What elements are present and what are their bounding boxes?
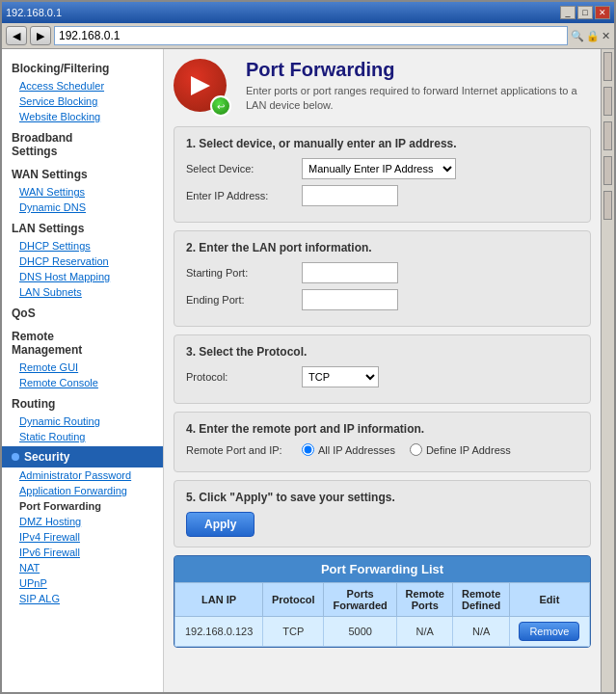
all-ip-radio[interactable] — [302, 443, 314, 456]
sidebar-section-routing: Routing Dynamic Routing Static Routing — [2, 392, 163, 444]
sidebar-active-security[interactable]: Security — [2, 446, 163, 467]
sidebar-link-dhcp-reservation[interactable]: DHCP Reservation — [2, 254, 163, 269]
search-icon[interactable]: 🔍 — [571, 30, 584, 42]
remote-port-ip-row: Remote Port and IP: All IP Addresses Def… — [186, 443, 578, 456]
address-icons: 🔍 🔒 ✕ — [571, 30, 610, 42]
content-area: ↩ Port Forwarding Enter ports or port ra… — [164, 49, 601, 692]
sidebar-link-dynamic-routing[interactable]: Dynamic Routing — [2, 414, 163, 429]
scroll-tab-5[interactable] — [603, 191, 612, 220]
port-forwarding-table-section: Port Forwarding List LAN IP Protocol Por… — [174, 555, 591, 648]
starting-port-row: Starting Port: — [186, 262, 578, 283]
sidebar-link-port-forwarding[interactable]: Port Forwarding — [2, 498, 163, 514]
minimize-button[interactable]: _ — [560, 6, 576, 19]
sidebar-link-dns-host-mapping[interactable]: DNS Host Mapping — [2, 269, 163, 284]
maximize-button[interactable]: □ — [577, 6, 593, 19]
cell-edit: Remove — [509, 617, 589, 647]
sidebar-section-security: Security Administrator Password Applicat… — [2, 446, 163, 606]
ip-address-input[interactable] — [302, 185, 398, 206]
sidebar-section-wan: WAN Settings WAN Settings Dynamic DNS — [2, 163, 163, 215]
scroll-tab-4[interactable] — [603, 156, 612, 185]
remote-port-ip-label: Remote Port and IP: — [186, 444, 292, 456]
address-input[interactable] — [54, 26, 568, 45]
remote-ip-radio-group: All IP Addresses Define IP Address — [302, 443, 511, 456]
define-ip-radio[interactable] — [410, 443, 422, 456]
sidebar-link-ipv4-firewall[interactable]: IPv4 Firewall — [2, 529, 163, 545]
sidebar-link-dmz-hosting[interactable]: DMZ Hosting — [2, 514, 163, 529]
sidebar-link-lan-subnets[interactable]: LAN Subnets — [2, 284, 163, 300]
close-icon[interactable]: ✕ — [602, 30, 610, 42]
sidebar-link-remote-console[interactable]: Remote Console — [2, 375, 163, 390]
sidebar-section-lan: LAN Settings DHCP Settings DHCP Reservat… — [2, 217, 163, 300]
define-ip-label: Define IP Address — [410, 443, 511, 456]
cell-remote-defined: N/A — [453, 617, 509, 647]
port-forwarding-table: LAN IP Protocol PortsForwarded RemotePor… — [174, 582, 590, 647]
section-2: 2. Enter the LAN port information. Start… — [174, 230, 591, 327]
sidebar-heading-qos: QoS — [2, 302, 163, 323]
back-button[interactable]: ◀ — [6, 26, 27, 45]
remove-button[interactable]: Remove — [519, 622, 579, 641]
sidebar: Blocking/Filtering Access Scheduler Serv… — [2, 49, 164, 692]
title-bar: 192.168.0.1 _ □ ✕ — [2, 2, 614, 23]
sidebar-link-dhcp-settings[interactable]: DHCP Settings — [2, 238, 163, 254]
security-dot — [12, 453, 19, 461]
col-remote-ports: RemotePorts — [397, 583, 453, 617]
sidebar-link-upnp[interactable]: UPnP — [2, 575, 163, 591]
enter-ip-row: Enter IP Address: — [186, 185, 578, 206]
col-lan-ip: LAN IP — [175, 583, 263, 617]
page-title-area: Port Forwarding Enter ports or port rang… — [246, 59, 591, 114]
all-ip-text: All IP Addresses — [318, 444, 395, 456]
col-protocol: Protocol — [263, 583, 324, 617]
scroll-tab-3[interactable] — [603, 121, 612, 150]
sidebar-link-access-scheduler[interactable]: Access Scheduler — [2, 78, 163, 93]
col-ports-forwarded: PortsForwarded — [324, 583, 397, 617]
window-frame: 192.168.0.1 _ □ ✕ ◀ ▶ 🔍 🔒 ✕ Blocking/Fil… — [0, 0, 616, 694]
sidebar-link-website-blocking[interactable]: Website Blocking — [2, 109, 163, 124]
sidebar-link-app-forwarding[interactable]: Application Forwarding — [2, 483, 163, 498]
sidebar-heading-remote: RemoteManagement — [2, 325, 163, 360]
sidebar-heading-blocking: Blocking/Filtering — [2, 57, 163, 78]
scroll-tab-1[interactable] — [603, 52, 612, 81]
sidebar-link-ipv6-firewall[interactable]: IPv6 Firewall — [2, 545, 163, 560]
address-bar: ◀ ▶ 🔍 🔒 ✕ — [2, 23, 614, 49]
close-button[interactable]: ✕ — [595, 6, 610, 19]
sidebar-link-admin-password[interactable]: Administrator Password — [2, 467, 163, 483]
main-area: Blocking/Filtering Access Scheduler Serv… — [2, 49, 614, 692]
sidebar-section-qos: QoS — [2, 302, 163, 323]
protocol-dropdown[interactable]: TCP UDP Both — [302, 366, 379, 387]
sidebar-link-service-blocking[interactable]: Service Blocking — [2, 93, 163, 109]
col-edit: Edit — [509, 583, 589, 617]
page-icon-wrap: ↩ — [174, 59, 231, 117]
section-3: 3. Select the Protocol. Protocol: TCP UD… — [174, 334, 591, 404]
sidebar-section-blocking: Blocking/Filtering Access Scheduler Serv… — [2, 57, 163, 124]
protocol-row: Protocol: TCP UDP Both — [186, 366, 578, 387]
cell-ports-forwarded: 5000 — [324, 617, 397, 647]
sidebar-link-static-routing[interactable]: Static Routing — [2, 429, 163, 444]
sidebar-link-wan-settings[interactable]: WAN Settings — [2, 184, 163, 200]
starting-port-input[interactable] — [302, 262, 398, 283]
sidebar-link-nat[interactable]: NAT — [2, 560, 163, 575]
section-1: 1. Select device, or manually enter an I… — [174, 126, 591, 223]
sidebar-link-dynamic-dns[interactable]: Dynamic DNS — [2, 200, 163, 215]
ending-port-input[interactable] — [302, 289, 398, 310]
section-2-title: 2. Enter the LAN port information. — [186, 241, 578, 254]
svg-marker-0 — [191, 76, 210, 95]
forward-button[interactable]: ▶ — [30, 26, 51, 45]
section-5: 5. Click "Apply" to save your settings. … — [174, 480, 591, 547]
sidebar-heading-broadband: BroadbandSettings — [2, 126, 163, 161]
page-description: Enter ports or port ranges required to f… — [246, 84, 591, 114]
forward-icon — [186, 71, 215, 100]
define-ip-text: Define IP Address — [426, 444, 511, 456]
section-3-title: 3. Select the Protocol. — [186, 345, 578, 359]
sidebar-link-sip-alg[interactable]: SIP ALG — [2, 591, 163, 606]
window-title: 192.168.0.1 — [6, 7, 62, 18]
select-device-dropdown[interactable]: Manually Enter IP Address — [302, 158, 456, 179]
sidebar-section-broadband: BroadbandSettings — [2, 126, 163, 161]
scroll-tab-2[interactable] — [603, 87, 612, 116]
section-5-title: 5. Click "Apply" to save your settings. — [186, 491, 578, 504]
enter-ip-label: Enter IP Address: — [186, 190, 292, 201]
sidebar-link-remote-gui[interactable]: Remote GUI — [2, 360, 163, 375]
apply-button[interactable]: Apply — [186, 512, 254, 537]
sidebar-heading-lan: LAN Settings — [2, 217, 163, 238]
select-device-row: Select Device: Manually Enter IP Address — [186, 158, 578, 179]
section-1-title: 1. Select device, or manually enter an I… — [186, 137, 578, 150]
